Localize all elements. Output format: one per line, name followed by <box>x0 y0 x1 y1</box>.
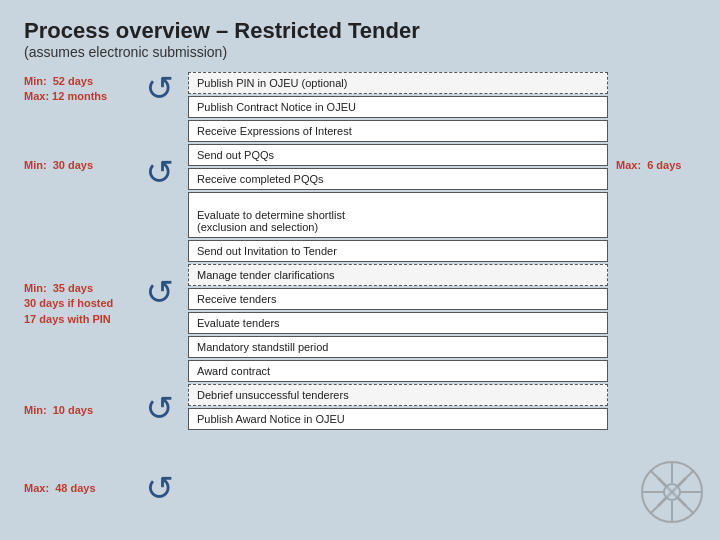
swirl-3: ↻ <box>146 272 174 312</box>
page-title: Process overview – Restricted Tender <box>24 18 696 44</box>
step-send-invitation: Send out Invitation to Tender <box>188 240 608 262</box>
step-manage-clarifications: Manage tender clarifications <box>188 264 608 286</box>
label-min-max-1: Min: 52 days Max: 12 months <box>24 74 107 105</box>
page: Process overview – Restricted Tender (as… <box>0 0 720 540</box>
swirl-4: ↻ <box>146 388 174 428</box>
label-max-right: Max: 6 days <box>616 158 681 173</box>
left-labels-col: Min: 52 days Max: 12 months Min: 30 days… <box>24 68 142 430</box>
label-min-4: Min: 10 days <box>24 403 93 418</box>
step-publish-award: Publish Award Notice in OJEU <box>188 408 608 430</box>
wheel-svg <box>638 458 706 526</box>
step-receive-expressions: Receive Expressions of Interest <box>188 120 608 142</box>
step-receive-tenders: Receive tenders <box>188 288 608 310</box>
process-steps-col: Publish PIN in OJEU (optional) Publish C… <box>188 68 608 430</box>
label-min-3: Min: 35 days 30 days if hosted 17 days w… <box>24 281 113 327</box>
swirls-col: ↻ ↻ ↻ ↻ ↻ <box>142 68 188 430</box>
step-receive-pqqs: Receive completed PQQs <box>188 168 608 190</box>
step-send-pqqs: Send out PQQs <box>188 144 608 166</box>
page-subtitle: (assumes electronic submission) <box>24 44 696 60</box>
step-debrief: Debrief unsuccessful tenderers <box>188 384 608 406</box>
swirl-2: ↻ <box>146 152 174 192</box>
swirl-1: ↻ <box>146 68 174 108</box>
step-evaluate-tenders: Evaluate tenders <box>188 312 608 334</box>
right-labels-col: Max: 6 days <box>608 68 696 430</box>
step-evaluate-shortlist: Evaluate to determine shortlist (exclusi… <box>188 192 608 238</box>
step-standstill: Mandatory standstill period <box>188 336 608 358</box>
label-max-5: Max: 48 days <box>24 481 96 496</box>
label-min-2: Min: 30 days <box>24 158 93 173</box>
step-publish-pin: Publish PIN in OJEU (optional) <box>188 72 608 94</box>
step-award-contract: Award contract <box>188 360 608 382</box>
decorative-wheel <box>638 458 706 530</box>
swirl-5: ↻ <box>146 468 174 508</box>
step-publish-contract: Publish Contract Notice in OJEU <box>188 96 608 118</box>
